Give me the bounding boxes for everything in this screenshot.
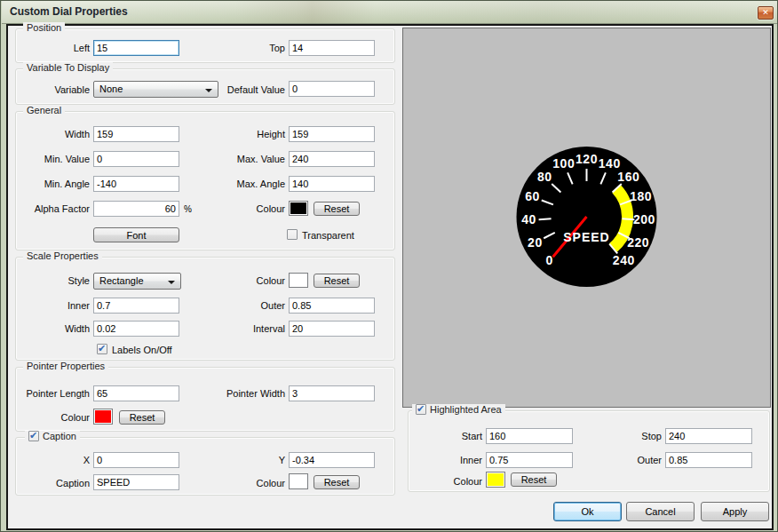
general-colour-swatch[interactable]: [289, 201, 308, 216]
svg-text:80: 80: [537, 170, 552, 184]
close-button[interactable]: ✕: [758, 6, 774, 20]
caption-y-field[interactable]: [289, 452, 375, 468]
max-value-label: Max. Value: [223, 154, 285, 164]
pointer-colour-swatch[interactable]: [93, 409, 113, 425]
pointer-reset-button[interactable]: Reset: [119, 410, 165, 425]
caption-reset-button[interactable]: Reset: [314, 475, 360, 489]
general-colour-label: Colour: [223, 203, 285, 214]
font-button[interactable]: Font: [93, 227, 179, 242]
min-angle-field[interactable]: [93, 176, 179, 192]
max-angle-label: Max. Angle: [223, 179, 285, 189]
cancel-button[interactable]: Cancel: [626, 502, 695, 521]
left-label: Left: [36, 43, 90, 53]
percent-label: %: [184, 204, 192, 214]
svg-text:160: 160: [617, 170, 639, 184]
transparent-label: Transparent: [302, 230, 354, 241]
scale-colour-label: Colour: [223, 275, 285, 286]
titlebar: Custom Dial Properties: [2, 1, 778, 24]
dial-gauge: 020406080100120140160180200220240SPEED: [403, 28, 770, 407]
highlight-group-label: Highlighted Area: [430, 404, 502, 415]
transparent-checkbox[interactable]: [287, 229, 298, 240]
max-angle-field[interactable]: [289, 176, 375, 192]
scale-colour-swatch[interactable]: [289, 273, 308, 288]
custom-dial-properties-dialog: { "window": { "title": "Custom Dial Prop…: [0, 0, 778, 532]
highlight-start-label: Start: [429, 431, 482, 441]
width-label: Width: [28, 129, 90, 139]
highlight-reset-button[interactable]: Reset: [511, 472, 557, 487]
caption-text-field[interactable]: [93, 474, 179, 490]
general-reset-button[interactable]: Reset: [314, 202, 360, 216]
variable-label: Variable: [28, 84, 90, 95]
variable-select-value: None: [99, 83, 123, 94]
svg-text:40: 40: [521, 212, 536, 226]
highlight-outer-label: Outer: [608, 455, 662, 465]
scale-inner-field[interactable]: [93, 298, 179, 314]
scale-width-field[interactable]: [93, 321, 179, 337]
scale-outer-field[interactable]: [289, 298, 375, 314]
svg-text:200: 200: [633, 212, 655, 226]
position-group-label: Position: [23, 22, 65, 33]
caption-x-field[interactable]: [93, 452, 179, 468]
svg-text:100: 100: [552, 156, 575, 171]
ok-button[interactable]: Ok: [553, 502, 622, 521]
pointer-width-field[interactable]: [289, 385, 375, 401]
alpha-factor-label: Alpha Factor: [23, 203, 90, 214]
scale-width-label: Width: [28, 323, 90, 334]
scale-style-select[interactable]: Rectangle: [93, 273, 181, 290]
top-field[interactable]: [289, 40, 375, 56]
caption-text-label: Caption: [28, 478, 90, 488]
highlight-colour-label: Colour: [429, 476, 482, 487]
pointer-colour-label: Colour: [28, 412, 90, 423]
pointer-width-label: Pointer Width: [214, 388, 285, 399]
caption-group-label: Caption: [43, 431, 76, 441]
highlight-colour-swatch[interactable]: [486, 472, 505, 488]
chevron-down-icon: [168, 281, 175, 284]
labels-onoff-checkbox[interactable]: [97, 344, 107, 354]
scale-interval-field[interactable]: [289, 321, 375, 337]
highlight-inner-label: Inner: [429, 455, 482, 465]
scale-style-label: Style: [28, 275, 90, 286]
highlight-checkbox[interactable]: [416, 404, 426, 415]
scale-reset-button[interactable]: Reset: [314, 274, 360, 288]
svg-text:220: 220: [627, 235, 649, 250]
top-label: Top: [232, 43, 285, 53]
variable-select[interactable]: None: [93, 81, 218, 98]
pointer-length-label: Pointer Length: [19, 388, 90, 399]
svg-text:60: 60: [525, 189, 540, 203]
general-group-label: General: [23, 105, 65, 115]
svg-text:140: 140: [599, 156, 621, 171]
caption-colour-swatch[interactable]: [289, 473, 308, 489]
left-field[interactable]: [93, 40, 179, 56]
scale-inner-label: Inner: [28, 300, 90, 311]
highlight-inner-field[interactable]: [486, 452, 573, 468]
alpha-factor-field[interactable]: [93, 201, 179, 217]
highlight-stop-label: Stop: [608, 431, 662, 441]
scale-outer-label: Outer: [223, 300, 285, 311]
svg-text:180: 180: [630, 189, 652, 203]
highlight-stop-field[interactable]: [665, 428, 752, 444]
scale-style-value: Rectangle: [99, 275, 144, 286]
min-value-field[interactable]: [93, 151, 179, 167]
caption-checkbox[interactable]: [28, 431, 39, 441]
svg-text:SPEED: SPEED: [563, 230, 609, 244]
caption-y-label: Y: [223, 455, 285, 465]
apply-button[interactable]: Apply: [701, 502, 769, 521]
svg-text:0: 0: [546, 253, 553, 267]
default-value-label: Default Value: [223, 84, 285, 95]
svg-text:240: 240: [613, 253, 635, 267]
width-field[interactable]: [93, 126, 179, 142]
default-value-field[interactable]: [289, 81, 375, 97]
height-field[interactable]: [289, 126, 375, 142]
highlight-start-field[interactable]: [486, 428, 573, 444]
min-value-label: Min. Value: [28, 154, 90, 164]
window-title: Custom Dial Properties: [10, 5, 128, 18]
max-value-field[interactable]: [289, 151, 375, 167]
min-angle-label: Min. Angle: [28, 179, 90, 189]
caption-colour-label: Colour: [223, 478, 285, 488]
svg-text:20: 20: [528, 235, 543, 250]
variable-group-label: Variable To Display: [23, 62, 113, 73]
pointer-group-label: Pointer Properties: [23, 361, 108, 371]
pointer-length-field[interactable]: [93, 385, 179, 401]
highlight-outer-field[interactable]: [665, 452, 752, 468]
labels-onoff-label: Labels On/Off: [112, 345, 172, 355]
